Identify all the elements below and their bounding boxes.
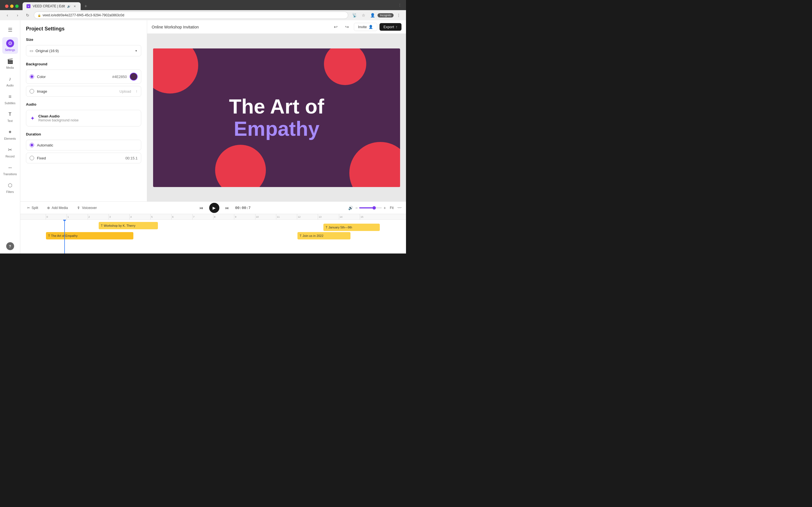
sidebar-item-text[interactable]: T Text [2,108,18,125]
playhead[interactable] [64,220,65,253]
clean-audio-card[interactable]: ✦ Clean Audio Remove background noise [26,110,141,126]
subtitles-icon: ≡ [6,93,14,101]
ruler-mark-1: 1 [66,214,87,220]
split-label: Split [32,206,38,210]
fixed-radio[interactable] [30,156,34,160]
sidebar-item-audio[interactable]: ♪ Audio [2,73,18,89]
sidebar-item-subtitles[interactable]: ≡ Subtitles [2,91,18,107]
workshop-clip-label: Workshop by K. Therry [104,224,135,227]
color-option[interactable]: Color #4E2850 [26,69,141,83]
sidebar-item-record[interactable]: ✂ Record [2,144,18,160]
track-lane-2: T The Art of Empathy T January 5th—9th T… [20,231,406,240]
voiceover-button[interactable]: 🎙 Voiceover [75,205,99,211]
undo-button[interactable]: ↩ [331,22,340,32]
sidebar-bottom: ? [6,242,14,250]
january-clip[interactable]: T January 5th—9th [323,224,380,231]
filters-icon: ⬡ [6,181,14,189]
close-window-button[interactable] [5,4,8,8]
sidebar-item-media-label: Media [6,66,14,69]
sidebar-item-elements[interactable]: ✦ Elements [2,126,18,143]
fit-button[interactable]: Fit [388,205,395,210]
preview-title: Online Workshop Invitation [152,25,328,29]
back-button[interactable]: ‹ [3,11,11,19]
zoom-track[interactable] [359,207,382,209]
join-clip[interactable]: T Join us in 2022 [297,232,350,239]
new-tab-button[interactable]: + [82,2,90,10]
sparkle-icon: ✦ [30,115,35,122]
maximize-window-button[interactable] [15,4,18,8]
size-selector[interactable]: ▭ Original (16:9) ▼ [26,45,141,56]
zoom-thumb[interactable] [372,206,376,210]
audio-icon: ♪ [6,75,14,83]
split-button[interactable]: ✂ Split [25,205,40,211]
sidebar-item-menu[interactable]: ☰ [2,24,18,36]
cast-icon[interactable]: 📡 [350,11,358,19]
ruler-mark-7: 7 [192,214,213,220]
extensions-icon[interactable]: ⋮ [395,11,403,19]
settings-icon: ⚙ [6,40,14,47]
clean-audio-text: Clean Audio Remove background noise [38,114,79,122]
reload-button[interactable]: ↻ [24,11,32,19]
workshop-clip[interactable]: T Workshop by K. Therry [99,222,158,229]
help-button[interactable]: ? [6,242,14,250]
sidebar-item-transitions[interactable]: ↔ Transitions [2,161,18,178]
image-option[interactable]: Image Upload ↑ [26,86,141,97]
voiceover-icon: 🎙 [77,206,80,210]
play-pause-button[interactable]: ▶ [209,203,219,213]
export-button[interactable]: Export ↑ [379,23,402,31]
skip-forward-button[interactable]: ⏭ [223,203,232,212]
invite-icon: 👤 [368,25,373,29]
sidebar-item-text-label: Text [7,119,12,122]
voiceover-label: Voiceover [82,206,97,210]
profile-icon[interactable]: 👤 [368,11,376,19]
automatic-radio[interactable] [30,143,34,147]
tab-close-button[interactable]: ✕ [73,4,77,8]
upload-label: Upload [119,89,131,94]
preview-header: Online Workshop Invitation ↩ ↪ Invite 👤 … [147,20,406,34]
sidebar-item-transitions-label: Transitions [3,173,17,176]
zoom-in-button[interactable]: + [384,206,386,210]
lock-icon: 🔒 [38,14,41,17]
color-radio[interactable] [30,74,34,79]
video-text-content: The Art of Empathy [153,95,400,140]
text-icon: T [6,110,14,118]
fixed-option[interactable]: Fixed 00:15.1 [26,153,141,163]
minimize-window-button[interactable] [10,4,13,8]
sidebar-item-settings[interactable]: ⚙ Settings [2,37,18,54]
skip-back-button[interactable]: ⏮ [197,203,206,212]
clean-audio-desc: Remove background noise [38,118,79,122]
automatic-option[interactable]: Automatic [26,140,141,151]
volume-icon[interactable]: 🔊 [348,206,353,210]
sidebar-item-subtitles-label: Subtitles [4,102,15,105]
bookmark-icon[interactable]: ☆ [359,11,367,19]
browser-menu-icon[interactable]: ⋮ [396,1,404,9]
active-tab[interactable]: V VEED CREATE | Edit 🔊 ✕ [22,2,81,10]
record-icon: ✂ [6,146,14,154]
timeline-toolbar: ✂ Split ⊕ Add Media 🎙 Voiceover ⏮ ▶ ⏭ 00… [20,202,406,214]
waveform-icon[interactable]: 〰 [398,206,402,210]
url-text: veed.io/edit/0e4e2277-6f45-45c3-9294-790… [43,13,124,17]
elements-icon: ✦ [6,128,14,136]
automatic-label: Automatic [37,143,138,147]
ruler-mark-4: 4 [130,214,150,220]
forward-button[interactable]: › [13,11,21,19]
zoom-out-button[interactable]: − [355,206,357,210]
traffic-lights [2,2,21,10]
sidebar-item-filters[interactable]: ⬡ Filters [2,179,18,196]
join-clip-icon: T [300,234,301,237]
art-empathy-clip[interactable]: T The Art of Empathy [46,232,133,239]
timeline-area: ✂ Split ⊕ Add Media 🎙 Voiceover ⏮ ▶ ⏭ 00… [20,202,406,253]
sidebar-item-settings-label: Settings [5,48,15,52]
ruler-mark-9: 9 [234,214,255,220]
ruler-mark-13: 13 [318,214,339,220]
color-swatch[interactable] [130,73,138,80]
address-bar[interactable]: 🔒 veed.io/edit/0e4e2277-6f45-45c3-9294-7… [34,11,348,19]
image-radio[interactable] [30,89,34,94]
timeline-transport: ⏮ ▶ ⏭ 00:00:7 [103,203,344,213]
invite-button[interactable]: Invite 👤 [354,23,377,31]
add-media-button[interactable]: ⊕ Add Media [45,205,70,211]
sidebar-item-media[interactable]: 🎬 Media [2,55,18,71]
circle-bottom-right [349,142,400,187]
preview-area: Online Workshop Invitation ↩ ↪ Invite 👤 … [147,20,406,202]
redo-button[interactable]: ↪ [343,22,352,32]
